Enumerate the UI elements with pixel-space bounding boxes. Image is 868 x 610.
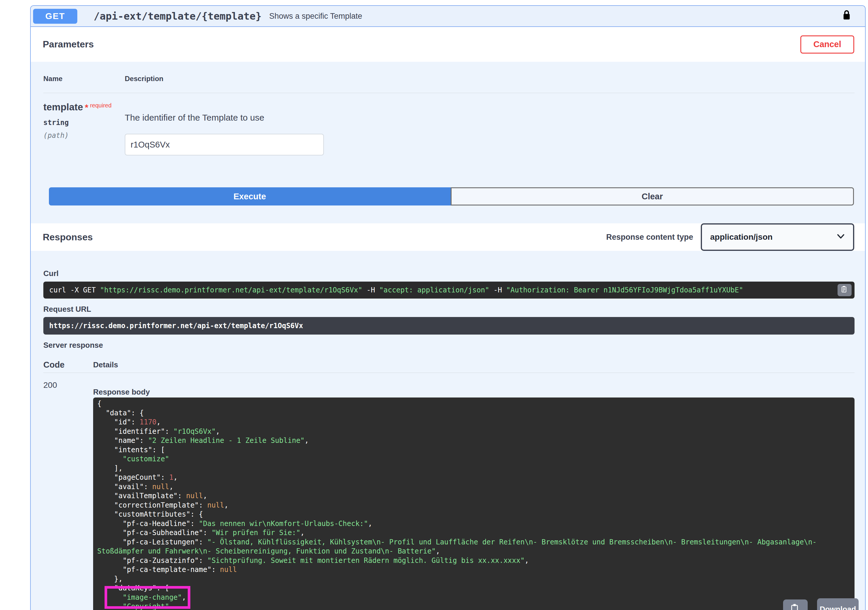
response-body-container: { "data": { "id": 1170, "identifier": "r… — [93, 398, 854, 610]
chevron-down-icon — [837, 234, 845, 241]
execute-button[interactable]: Execute — [49, 187, 451, 206]
responses-title: Responses — [43, 232, 93, 243]
parameter-row: template*required string (path) The iden… — [43, 93, 854, 187]
authorize-button[interactable] — [842, 10, 851, 23]
curl-command: curl -X GET "https://rissc.demo.printfor… — [43, 282, 854, 299]
clipboard-icon — [841, 286, 848, 295]
method-badge: GET — [33, 9, 78, 24]
clipboard-icon — [790, 604, 800, 610]
parameters-header-bar: Parameters Cancel — [31, 27, 865, 62]
server-response-label: Server response — [43, 341, 854, 350]
response-body-code: { "data": { "id": 1170, "identifier": "r… — [93, 398, 854, 610]
code-header: Code — [43, 360, 93, 370]
template-input[interactable] — [125, 134, 324, 155]
curl-label: Curl — [43, 269, 854, 278]
response-copy-button[interactable] — [783, 599, 808, 610]
responses-content: Curl curl -X GET "https://rissc.demo.pri… — [31, 251, 865, 610]
response-body-label: Response body — [93, 387, 854, 396]
endpoint-path: /api-ext/template/{template} — [94, 10, 262, 22]
name-header: Name — [43, 74, 125, 83]
operation-panel: GET /api-ext/template/{template} Shows a… — [30, 5, 866, 610]
cancel-button[interactable]: Cancel — [800, 36, 854, 54]
operation-summary-bar[interactable]: GET /api-ext/template/{template} Shows a… — [31, 6, 865, 27]
details-header: Details — [93, 360, 118, 370]
response-download-button[interactable]: Download — [817, 598, 859, 610]
execute-row: Execute Clear — [49, 187, 854, 206]
response-content-type-label: Response content type — [606, 233, 693, 242]
request-url-label: Request URL — [43, 305, 854, 313]
clear-button[interactable]: Clear — [451, 187, 854, 206]
param-description: The identifier of the Template to use — [125, 113, 854, 123]
description-header: Description — [125, 74, 163, 83]
required-star: * — [85, 102, 88, 112]
param-location: (path) — [43, 132, 125, 139]
curl-copy-button[interactable] — [837, 284, 852, 296]
responses-header-bar: Responses Response content type applicat… — [31, 223, 865, 251]
param-type: string — [43, 119, 125, 127]
request-url-value: https://rissc.demo.printformer.net/api-e… — [43, 317, 854, 334]
parameters-table: Name Description template*required strin… — [31, 62, 865, 187]
status-code: 200 — [43, 381, 93, 610]
required-label: required — [90, 102, 111, 108]
parameters-title: Parameters — [43, 39, 94, 50]
lock-icon — [842, 10, 851, 23]
response-content-type-value: application/json — [710, 232, 772, 242]
endpoint-summary: Shows a specific Template — [269, 12, 362, 21]
response-content-type-select[interactable]: application/json — [701, 223, 854, 251]
param-name: template — [43, 102, 83, 112]
